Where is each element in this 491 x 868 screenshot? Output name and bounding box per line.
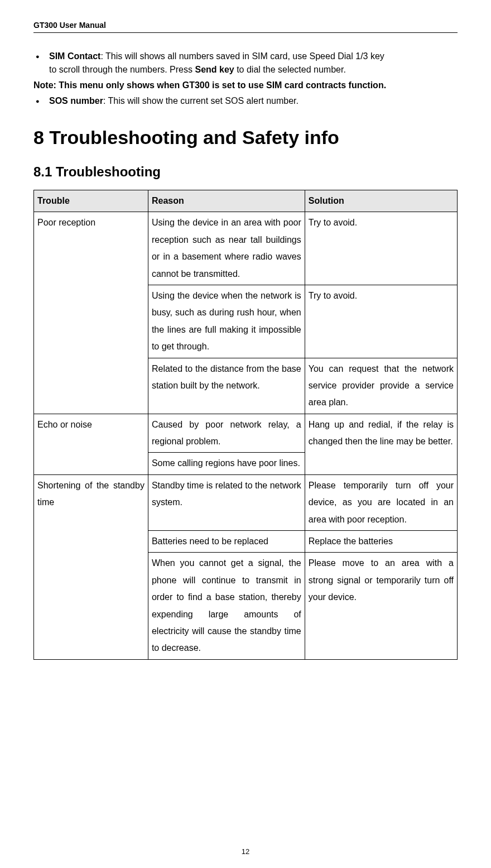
cell-trouble: Shortening of the standby time (34, 474, 148, 659)
bullet-list: SIM Contact: This will shows all numbers… (33, 50, 458, 108)
th-trouble: Trouble (34, 190, 148, 212)
cell-reason: Using the device in an area with poor re… (148, 212, 305, 285)
note-line: Note: This menu only shows when GT300 is… (33, 79, 458, 92)
table-header-row: Trouble Reason Solution (34, 190, 458, 212)
th-reason: Reason (148, 190, 305, 212)
bullet-text: SOS number: This will show the current s… (49, 94, 458, 108)
section-heading: 8 Troubleshooting and Safety info (33, 127, 458, 148)
page-container: GT300 User Manual SIM Contact: This will… (0, 0, 491, 682)
cell-reason: Caused by poor network relay, a regional… (148, 414, 305, 453)
cell-reason: Standby time is related to the network s… (148, 474, 305, 530)
cell-reason: Some calling regions have poor lines. (148, 453, 305, 474)
cell-solution: Please move to an area with a strong sig… (305, 553, 457, 659)
cell-reason: When you cannot get a signal, the phone … (148, 553, 305, 659)
cell-solution: Replace the batteries (305, 531, 457, 553)
cell-solution: Please temporarily turn off your device,… (305, 474, 457, 530)
table-row: Shortening of the standby time Standby t… (34, 474, 458, 530)
cell-solution: Hang up and redial, if the relay is chan… (305, 414, 457, 474)
bullet-icon (33, 50, 49, 63)
sim-contact-rest: : This will shows all numbers saved in S… (100, 51, 384, 61)
line2-pre: to scroll through the numbers. Press (49, 65, 195, 74)
bullet-icon (33, 94, 49, 108)
cell-solution: Try to avoid. (305, 285, 457, 358)
table-row: Poor reception Using the device in an ar… (34, 212, 458, 285)
cell-solution: Try to avoid. (305, 212, 457, 285)
sos-number-label: SOS number (49, 96, 103, 105)
troubleshooting-table: Trouble Reason Solution Poor reception U… (33, 190, 458, 660)
cell-reason: Related to the distance from the base st… (148, 358, 305, 414)
cell-reason: Using the device when the network is bus… (148, 285, 305, 358)
doc-header: GT300 User Manual (33, 21, 106, 30)
sim-contact-label: SIM Contact (49, 51, 100, 61)
cell-trouble: Echo or noise (34, 414, 148, 474)
line2-post: to dial the selected number. (234, 65, 346, 74)
header-bar: GT300 User Manual (33, 20, 458, 33)
send-key-bold: Send key (195, 65, 234, 74)
cell-trouble: Poor reception (34, 212, 148, 414)
cell-reason: Batteries need to be replaced (148, 531, 305, 553)
cell-solution: You can request that the network service… (305, 358, 457, 414)
page-number: 12 (0, 847, 491, 856)
bullet-sim-contact: SIM Contact: This will shows all numbers… (33, 50, 458, 63)
bullet-text: SIM Contact: This will shows all numbers… (49, 50, 458, 63)
sim-contact-line2: to scroll through the numbers. Press Sen… (33, 63, 458, 76)
subsection-heading: 8.1 Troubleshooting (33, 164, 458, 180)
table-row: Echo or noise Caused by poor network rel… (34, 414, 458, 453)
bullet-sos-number: SOS number: This will show the current s… (33, 94, 458, 108)
th-solution: Solution (305, 190, 457, 212)
sos-number-rest: : This will show the current set SOS ale… (103, 96, 299, 105)
